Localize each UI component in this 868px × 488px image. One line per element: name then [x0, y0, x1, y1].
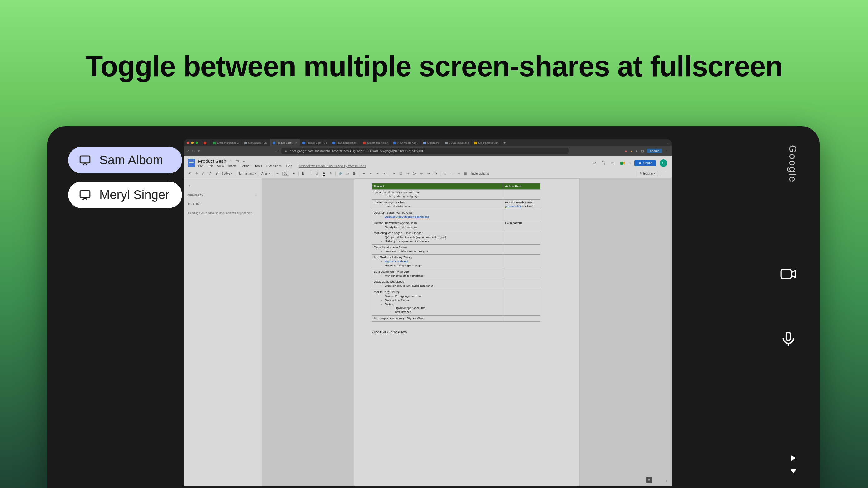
- border-width-button[interactable]: —: [450, 172, 454, 176]
- insert-comment-button[interactable]: ▭: [345, 172, 349, 176]
- browser-tab[interactable]: PRD: Raise Hand -: [330, 139, 361, 146]
- text-color-button[interactable]: A: [322, 172, 326, 176]
- site-info-icon[interactable]: ▭: [276, 149, 278, 153]
- table-row[interactable]: Mobile Tony Hsiung- Colin is Designing w…: [372, 289, 540, 315]
- share-button[interactable]: Share: [634, 160, 656, 166]
- menu-item[interactable]: Tools: [255, 164, 262, 168]
- menu-item[interactable]: File: [198, 164, 203, 168]
- undo-button[interactable]: ↶: [187, 172, 192, 176]
- comments-icon[interactable]: ▭: [610, 160, 616, 166]
- browser-menu-icon[interactable]: ⋮: [665, 149, 669, 153]
- history-icon[interactable]: ↩: [591, 160, 597, 166]
- explore-button[interactable]: ✦: [646, 477, 652, 483]
- align-justify-button[interactable]: ≡: [382, 172, 387, 176]
- table-row[interactable]: Marketing web pages - Colin Pinegar- QA …: [372, 230, 540, 244]
- border-color-button[interactable]: ▭: [443, 172, 447, 176]
- document-title[interactable]: Product Sesh: [198, 158, 226, 164]
- move-icon[interactable]: 🗀: [235, 159, 239, 163]
- browser-tab[interactable]: Stream The Nation: [361, 139, 391, 146]
- cloud-status-icon[interactable]: ☁: [242, 159, 246, 163]
- browser-tab[interactable]: Experience a Mun: [472, 139, 501, 146]
- browser-tab[interactable]: Kumospace - Cal: [242, 139, 270, 146]
- tab-overflow-button[interactable]: ⌄: [664, 139, 672, 146]
- paragraph-style-select[interactable]: Normal text▾: [238, 172, 256, 175]
- border-dash-button[interactable]: ┈: [457, 172, 461, 176]
- microphone-toggle-button[interactable]: [780, 330, 797, 349]
- docs-logo-icon[interactable]: [188, 159, 195, 167]
- chart-icon[interactable]: 〽: [601, 160, 606, 166]
- new-tab-button[interactable]: +: [501, 139, 508, 146]
- font-size-input[interactable]: 10: [282, 172, 289, 176]
- back-arrow-icon[interactable]: ←: [188, 183, 257, 188]
- forward-button[interactable]: ▷: [192, 149, 195, 153]
- clear-formatting-button[interactable]: T✕: [433, 172, 438, 176]
- extension-icon[interactable]: ●: [630, 149, 632, 153]
- window-traffic-lights[interactable]: [184, 139, 201, 146]
- cell-fill-button[interactable]: ▦: [464, 172, 468, 176]
- table-row[interactable]: App pages flow redesign Wynne Chan: [372, 315, 540, 322]
- browser-tab[interactable]: Extensions: [421, 139, 442, 146]
- menu-item[interactable]: Format: [241, 164, 250, 168]
- table-row[interactable]: Data: David Sepulveda- Week priority is …: [372, 279, 540, 289]
- menu-item[interactable]: Extensions: [267, 164, 282, 168]
- close-tab-icon[interactable]: ×: [296, 142, 297, 144]
- table-row[interactable]: Recording (internal) - Wynne Chan- Antho…: [372, 189, 540, 200]
- reload-button[interactable]: ⟳: [198, 149, 200, 153]
- table-row[interactable]: Beta customers - Alan Lee- Munger style …: [372, 269, 540, 279]
- extension-icon[interactable]: ◆: [625, 149, 627, 153]
- screen-share-pill[interactable]: Meryl Singer: [68, 182, 182, 208]
- menu-item[interactable]: View: [217, 164, 224, 168]
- screen-share-pill[interactable]: Sam Albom: [68, 147, 182, 173]
- table-options[interactable]: Table options: [470, 172, 489, 175]
- browser-tab[interactable]: [201, 139, 211, 146]
- highlight-button[interactable]: ✎: [329, 172, 333, 176]
- line-spacing-button[interactable]: ≡: [392, 172, 396, 176]
- extensions-menu-icon[interactable]: ✦: [635, 149, 638, 153]
- table-row[interactable]: Invitations Wynne Chan- Internal testing…: [372, 200, 540, 210]
- collapse-toolbar-button[interactable]: ˆ: [663, 172, 668, 176]
- table-row[interactable]: Raise hand - Leila Sayan- Next step: Col…: [372, 244, 540, 255]
- insert-image-button[interactable]: 🖼: [352, 172, 356, 176]
- last-edit-link[interactable]: Last edit was made 5 hours ago by Wynne …: [299, 164, 366, 168]
- meet-dropdown-icon[interactable]: ▾: [629, 162, 631, 165]
- back-button[interactable]: ◁: [187, 149, 189, 153]
- insert-link-button[interactable]: 🔗: [338, 172, 343, 176]
- zoom-select[interactable]: 100%▾: [222, 172, 232, 175]
- address-bar[interactable]: docs.google.com/document/d/1ooqJrCb2MAHg…: [281, 148, 569, 154]
- bulleted-list-button[interactable]: •≡: [406, 172, 410, 176]
- menu-item[interactable]: Edit: [207, 164, 213, 168]
- decrease-indent-button[interactable]: ⇤: [420, 172, 424, 176]
- account-avatar[interactable]: C: [660, 159, 667, 167]
- browser-tab[interactable]: Product Sesh - ×: [270, 139, 300, 146]
- summary-section[interactable]: SUMMARY+: [188, 194, 257, 197]
- italic-button[interactable]: I: [308, 172, 312, 176]
- align-center-button[interactable]: ≡: [369, 172, 373, 176]
- align-left-button[interactable]: ≡: [362, 172, 366, 176]
- side-panel-toggle[interactable]: ‹: [666, 479, 667, 483]
- camera-toggle-button[interactable]: [780, 265, 797, 284]
- table-row[interactable]: October newsletter Wynne Chan- Ready to …: [372, 220, 540, 230]
- meet-icon[interactable]: [619, 160, 626, 166]
- bold-button[interactable]: B: [301, 172, 306, 176]
- paint-format-button[interactable]: 🖌: [215, 172, 219, 176]
- menu-item[interactable]: Insert: [228, 164, 236, 168]
- browser-tab[interactable]: UCSB reveals mo: [442, 139, 472, 146]
- sidepanel-icon[interactable]: ◫: [641, 149, 644, 153]
- browser-tab[interactable]: Product Sesh - Go: [300, 139, 330, 146]
- document-canvas[interactable]: Project Action Item Recording (internal)…: [262, 178, 672, 486]
- increase-indent-button[interactable]: ⇥: [426, 172, 431, 176]
- align-right-button[interactable]: ≡: [375, 172, 380, 176]
- underline-button[interactable]: U: [315, 172, 319, 176]
- table-row[interactable]: App Reskin - Anthony Zhang- Figma is upd…: [372, 255, 540, 269]
- checklist-button[interactable]: ☑: [399, 172, 403, 176]
- font-size-decrease[interactable]: −: [276, 172, 280, 176]
- expand-collapse-control[interactable]: [789, 454, 798, 475]
- font-select[interactable]: Arial▾: [261, 172, 270, 175]
- star-icon[interactable]: ☆: [229, 159, 232, 163]
- browser-tab[interactable]: Email Preference C: [211, 139, 242, 146]
- project-table[interactable]: Project Action Item Recording (internal)…: [372, 183, 540, 322]
- browser-tab[interactable]: PRD: Mobile App -: [391, 139, 421, 146]
- numbered-list-button[interactable]: 1≡: [413, 172, 417, 176]
- mode-select[interactable]: ✎ Editing ▾: [637, 171, 658, 176]
- menu-item[interactable]: Help: [286, 164, 293, 168]
